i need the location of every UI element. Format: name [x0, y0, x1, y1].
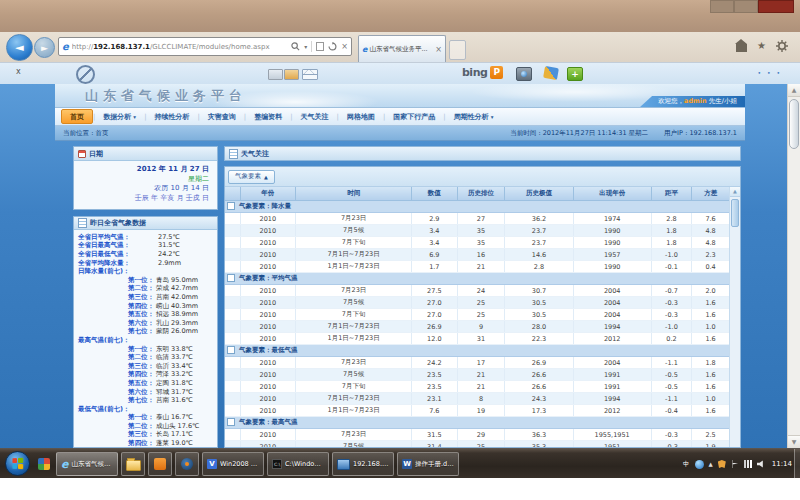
column-header-8[interactable]: 方差	[692, 187, 730, 201]
browser-scrollbar[interactable]: ▲ ▼	[787, 84, 800, 448]
taskbar-button-3[interactable]	[148, 452, 172, 476]
show-desktop-button[interactable]	[794, 449, 800, 479]
cell-历史排位: 35	[457, 225, 505, 237]
table-row[interactable]: 20107月23日31.52936.31955,1951-0.32.5	[225, 429, 730, 441]
table-row[interactable]: 20101月1日~7月23日1.7212.81990-0.10.4	[225, 261, 730, 273]
table-row[interactable]: 20101月1日~7月23日12.03122.320120.21.6	[225, 333, 730, 345]
table-row[interactable]: 20107月1日~7月23日23.1824.31994-1.11.0	[225, 393, 730, 405]
ime-sphere-icon[interactable]	[695, 460, 704, 469]
column-header-5[interactable]: 历史极值	[505, 187, 573, 201]
nav-item-2[interactable]: 数据分析▾	[95, 110, 144, 123]
refresh-icon[interactable]	[328, 42, 337, 51]
table-row[interactable]: 20107月下旬27.02530.52004-0.31.6	[225, 309, 730, 321]
tab-close-icon[interactable]: ×	[435, 45, 442, 54]
minimize-button[interactable]	[710, 0, 734, 13]
maximize-button[interactable]	[734, 0, 758, 13]
table-row[interactable]: 20107月下旬23.52126.61991-0.51.6	[225, 381, 730, 393]
bing-logo[interactable]: bing P	[462, 66, 503, 79]
group-checkbox[interactable]	[227, 418, 235, 426]
action-center-flag-icon[interactable]	[731, 460, 739, 468]
green-add-icon[interactable]: +	[567, 67, 583, 81]
nav-item-1[interactable]: 首页	[61, 109, 93, 124]
table-row[interactable]: 20101月1日~7月23日7.61917.32012-0.41.6	[225, 405, 730, 417]
close-button[interactable]	[758, 0, 794, 13]
table-row[interactable]: 20107月5候3.43523.719901.84.8	[225, 225, 730, 237]
scrollbar-up-icon[interactable]: ▲	[788, 84, 800, 97]
cell-年份: 2010	[240, 321, 295, 333]
compatibility-view-icon[interactable]	[316, 42, 324, 51]
column-header-6[interactable]: 出现年份	[573, 187, 651, 201]
tools-gear-icon[interactable]	[776, 40, 788, 52]
table-row[interactable]: 20107月5候31.42535.31951-0.31.9	[225, 441, 730, 448]
calendar-icon	[78, 150, 86, 158]
taskbar-button-2[interactable]	[121, 452, 145, 476]
addon-close-icon[interactable]: x	[16, 67, 21, 76]
table-row[interactable]: 20107月5候23.52126.61991-0.51.6	[225, 369, 730, 381]
group-checkbox[interactable]	[227, 202, 235, 210]
language-indicator[interactable]: 中	[683, 460, 690, 469]
column-header-3[interactable]: 数值	[412, 187, 457, 201]
forward-button[interactable]: ►	[34, 37, 55, 58]
card-icon[interactable]	[268, 69, 283, 80]
taskbar-button-5[interactable]: VWin2008 (VS2...	[202, 452, 264, 476]
weather-table-panel: 气象要素 ▲ 年份时间数值历史排位历史极值出现年份距平方差 气象要素：降水量20…	[224, 166, 741, 448]
security-shield-icon[interactable]	[718, 460, 726, 468]
nav-item-3[interactable]: 持续性分析	[146, 110, 197, 123]
nav-item-4[interactable]: 灾害查询	[200, 110, 244, 123]
nav-item-9[interactable]: 周期性分析▾	[446, 110, 502, 123]
tray-expand-icon[interactable]: ▲	[709, 461, 713, 467]
pinned-app-icon[interactable]	[38, 458, 50, 470]
favorites-star-icon[interactable]: ★	[757, 41, 766, 51]
new-tab-button[interactable]	[449, 40, 466, 60]
search-icon[interactable]	[291, 42, 300, 51]
column-header-1[interactable]: 年份	[240, 187, 295, 201]
table-row[interactable]: 20107月5候27.02530.52004-0.31.6	[225, 297, 730, 309]
group-checkbox[interactable]	[227, 346, 235, 354]
column-header-4[interactable]: 历史排位	[457, 187, 505, 201]
weather-stat-row: 第一位：泰山 16.7℃	[76, 413, 215, 422]
table-row[interactable]: 20107月23日24.21726.92004-1.11.8	[225, 357, 730, 369]
more-options-dots-icon[interactable]: • • •	[758, 69, 782, 76]
clock[interactable]: 11:14	[772, 460, 792, 468]
network-icon[interactable]	[744, 460, 752, 468]
nav-item-5[interactable]: 整编资料	[246, 110, 290, 123]
taskbar-button-8[interactable]: W操作手册.docx ...	[397, 452, 459, 476]
system-tray: 中 ▲ 11:14	[683, 449, 792, 479]
scrollbar-down-icon[interactable]: ▼	[788, 435, 800, 448]
taskbar-button-4[interactable]	[175, 452, 199, 476]
stop-icon[interactable]: ×	[341, 43, 348, 51]
volume-icon[interactable]	[757, 460, 765, 468]
scroll-up-icon[interactable]: ▲	[730, 187, 740, 197]
nav-item-7[interactable]: 网格地图	[339, 110, 383, 123]
start-button[interactable]	[5, 451, 30, 476]
pinwheel-icon[interactable]	[543, 66, 559, 80]
column-header-7[interactable]: 距平	[651, 187, 691, 201]
table-row[interactable]: 20107月1日~7月23日6.91614.61957-1.02.3	[225, 249, 730, 261]
table-row[interactable]: 20107月23日27.52430.72004-0.72.0	[225, 285, 730, 297]
search-dropdown-icon[interactable]: ▾	[304, 43, 307, 51]
camera-icon[interactable]	[516, 67, 532, 81]
home-icon[interactable]	[736, 44, 747, 52]
table-scrollbar[interactable]: ▲	[729, 187, 740, 447]
table-scrollbar-thumb[interactable]	[731, 199, 739, 227]
address-bar[interactable]: e http://192.168.137.1/GLCCLIMATE/module…	[58, 37, 352, 56]
browser-scrollbar-thumb[interactable]	[789, 99, 799, 149]
card-icon-2[interactable]	[284, 69, 299, 80]
nav-item-8[interactable]: 国家下行产品	[385, 110, 443, 123]
table-row[interactable]: 20107月下旬3.43523.719901.84.8	[225, 237, 730, 249]
mail-envelope-icon[interactable]	[302, 69, 318, 80]
table-row[interactable]: 20107月1日~7月23日26.9928.01994-1.01.0	[225, 321, 730, 333]
table-row[interactable]: 20107月23日2.92736.219742.87.6	[225, 213, 730, 225]
taskbar-button-6[interactable]: C:\C:\Windows\s...	[267, 452, 329, 476]
back-button[interactable]: ◄	[6, 34, 33, 61]
cell-年份: 2010	[240, 381, 295, 393]
browser-tab[interactable]: e 山东省气候业务平... ×	[358, 35, 446, 62]
element-filter-button[interactable]: 气象要素 ▲	[228, 170, 275, 184]
group-checkbox[interactable]	[227, 274, 235, 282]
column-header-2[interactable]: 时间	[296, 187, 412, 201]
stat-label: 全省日平均气温：	[76, 233, 156, 242]
taskbar-button-1[interactable]: e山东省气候业...	[56, 452, 118, 476]
weather-stat-row: 第四位：菏泽 33.2℃	[76, 370, 215, 379]
taskbar-button-7[interactable]: 192.168.59.99...	[332, 452, 394, 476]
nav-item-6[interactable]: 天气关注	[293, 110, 337, 123]
